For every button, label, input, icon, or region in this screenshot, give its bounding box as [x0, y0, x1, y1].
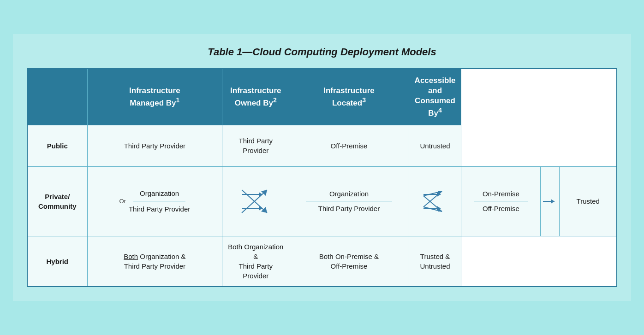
private-located-cell: On-Premise Off-Premise [461, 166, 541, 236]
hybrid-owned-text: Both Organization &Third Party Provider [228, 243, 283, 280]
public-owned-cell: Third Party Provider [222, 125, 289, 166]
col-header-consumed: Accessible and Consumed By4 [409, 69, 461, 125]
svg-marker-19 [551, 199, 555, 204]
page-wrapper: Table 1—Cloud Computing Deployment Model… [13, 34, 631, 301]
hybrid-consumed-cell: Trusted & Untrusted [409, 236, 461, 287]
hybrid-managed-line1: Both Organization &Third Party Provider [124, 253, 185, 270]
to-trusted-arrow-container [541, 171, 559, 231]
private-owned-wrapper: Organization Third Party Provider [295, 171, 403, 231]
hybrid-row: Hybrid Both Organization &Third Party Pr… [27, 236, 617, 287]
private-row: Private/ Community Or Organization Third… [27, 166, 617, 236]
public-row: Public Third Party Provider Third Party … [27, 125, 617, 166]
hybrid-label: Hybrid [27, 236, 87, 287]
private-cross-arrows-cell [222, 166, 289, 236]
private-owned-bottom: Third Party Provider [318, 204, 380, 213]
private-located-divider [474, 201, 528, 201]
public-managed-cell: Third Party Provider [87, 125, 222, 166]
private-managed-bottom: Third Party Provider [129, 204, 190, 214]
private-managed-cell: Or Organization Third Party Provider [87, 166, 222, 236]
private-located-wrapper: On-Premise Off-Premise [467, 171, 535, 231]
private-located-bottom: Off-Premise [483, 204, 519, 213]
private-managed-top: Organization [140, 188, 179, 198]
col-header-empty [27, 69, 87, 125]
main-table: Infrastructure Managed By1 Infrastructur… [27, 68, 617, 288]
private-located-top: On-Premise [483, 189, 519, 199]
private-arrow-to-trusted [541, 166, 560, 236]
managed-divider [133, 201, 185, 201]
managed-stacked: Organization Third Party Provider [129, 171, 190, 231]
private-managed-wrapper: Or Organization Third Party Provider [93, 171, 217, 231]
col-header-owned: Infrastructure Owned By2 [222, 69, 289, 125]
col-header-managed: Infrastructure Managed By1 [87, 69, 222, 125]
public-label: Public [27, 125, 87, 166]
hybrid-located-cell: Both On-Premise & Off-Premise [289, 236, 409, 287]
private-owned-top: Organization [329, 189, 369, 199]
to-trusted-arrow-svg [541, 183, 559, 220]
cross-arrows-container [222, 171, 289, 231]
or-label: Or [119, 197, 125, 206]
public-consumed-cell: Untrusted [409, 125, 461, 166]
header-row: Infrastructure Managed By1 Infrastructur… [27, 69, 617, 125]
table-title: Table 1—Cloud Computing Deployment Model… [27, 43, 617, 61]
hybrid-owned-cell: Both Organization &Third Party Provider [222, 236, 289, 287]
right-arrows-svg [421, 183, 449, 220]
private-owned-cell: Organization Third Party Provider [289, 166, 409, 236]
public-located-cell: Off-Premise [289, 125, 409, 166]
col-header-located: Infrastructure Located3 [289, 69, 409, 125]
hybrid-managed-cell: Both Organization &Third Party Provider [87, 236, 222, 287]
private-arrow-after-owned [409, 166, 461, 236]
right-arrows-container [409, 171, 461, 231]
private-owned-divider [306, 201, 392, 201]
private-consumed-cell: Trusted [560, 166, 617, 236]
cross-arrows-svg [237, 183, 274, 220]
private-label: Private/ Community [27, 166, 87, 236]
